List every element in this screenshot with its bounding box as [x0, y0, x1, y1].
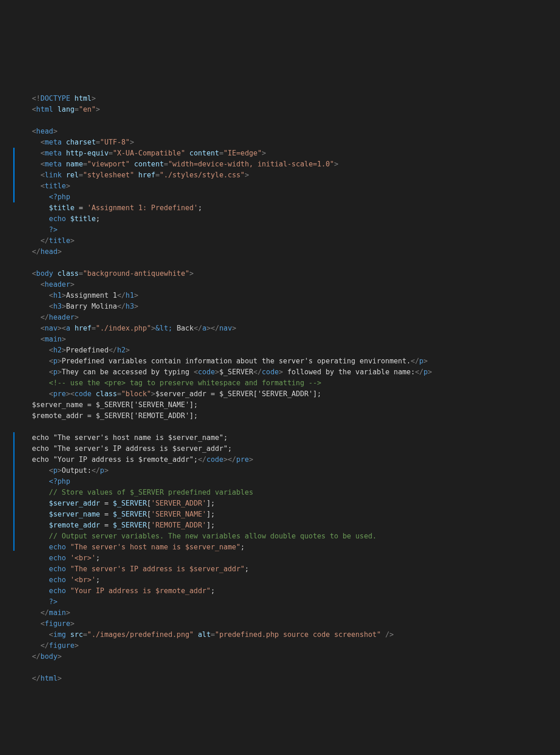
token-pun: <	[41, 182, 45, 190]
token-tag: a	[66, 324, 70, 332]
token-txt	[32, 565, 49, 573]
token-pun: <	[49, 390, 53, 398]
token-txt	[53, 269, 57, 278]
token-tag: html	[36, 105, 53, 114]
token-pun: </	[92, 466, 100, 475]
token-pun: >	[57, 674, 62, 683]
token-txt	[92, 390, 96, 398]
token-txt	[66, 576, 70, 584]
token-txt: $_SERVER	[219, 368, 254, 376]
code-line: <nav><a href="./index.php">&lt; Back</a>…	[32, 323, 560, 334]
code-line: <figure>	[32, 618, 560, 629]
token-pun: =	[211, 631, 215, 639]
token-var: $title	[49, 204, 74, 212]
code-line: <p>They can be accessed by typing <code>…	[32, 367, 560, 378]
token-txt: followed by the variable name:	[283, 368, 415, 376]
token-pun: >	[151, 390, 155, 398]
token-tag: h2	[53, 346, 62, 354]
token-pun: ></	[223, 455, 236, 464]
token-pun: >	[74, 313, 78, 321]
code-editor[interactable]: <!DOCTYPE html><html lang="en"> <head> <…	[0, 49, 560, 695]
code-content[interactable]: <!DOCTYPE html><html lang="en"> <head> <…	[32, 93, 560, 684]
code-line: <?php	[32, 476, 560, 487]
token-str: "./index.php"	[96, 324, 151, 332]
token-txt	[66, 631, 70, 639]
token-txt	[83, 204, 87, 212]
token-kw: echo	[49, 587, 66, 595]
token-cmt: // Output server variables. The new vari…	[49, 532, 377, 540]
token-txt	[194, 631, 198, 639]
token-str: "UTF-8"	[100, 138, 130, 146]
token-php: <?php	[49, 477, 70, 486]
token-txt	[32, 390, 49, 398]
token-txt	[32, 335, 41, 343]
token-txt	[32, 313, 41, 321]
token-tag: meta	[45, 160, 62, 168]
code-line: <link rel="stylesheet" href="./styles/st…	[32, 170, 560, 181]
token-attr: rel	[66, 171, 79, 179]
token-txt: Assignment 1	[66, 291, 117, 300]
token-pun: <	[41, 160, 45, 168]
token-pun: >	[134, 302, 138, 310]
token-txt: Output:	[62, 466, 91, 475]
token-txt: ;	[240, 543, 244, 551]
token-tag: title	[45, 182, 66, 190]
token-txt: echo "The server's host name is $server_…	[32, 434, 228, 442]
token-pun: =	[83, 631, 87, 639]
token-txt	[70, 94, 74, 103]
token-pun: =	[74, 105, 78, 114]
code-line: echo "The server's IP address is $server…	[32, 564, 560, 574]
token-var: $_SERVER	[113, 499, 147, 507]
token-str: '<br>'	[70, 554, 96, 562]
token-tag: p	[419, 357, 423, 365]
token-txt: ;	[211, 587, 215, 595]
token-kw: echo	[49, 554, 66, 562]
token-pun: >	[215, 368, 219, 376]
token-txt: ;	[96, 215, 100, 223]
code-line: $server_name = $_SERVER['SERVER_NAME'];	[32, 509, 560, 520]
token-pun: >	[57, 368, 62, 376]
token-txt: echo "Your IP address is $remote_addr";	[32, 455, 198, 464]
token-str: 'REMOTE_ADDR'	[151, 521, 206, 529]
token-var: $server_name	[49, 510, 100, 518]
token-pun: </	[415, 368, 424, 376]
token-txt	[32, 499, 49, 507]
token-pun: <	[32, 127, 36, 135]
token-pun: =	[96, 138, 100, 146]
token-txt	[32, 138, 41, 146]
token-tag: h1	[53, 291, 62, 300]
token-tag: pre	[236, 455, 249, 464]
token-txt	[32, 204, 49, 212]
token-txt	[32, 477, 49, 486]
token-pun: <	[49, 302, 53, 310]
token-txt	[32, 631, 49, 639]
token-pun: <	[49, 466, 53, 475]
code-line: <head>	[32, 126, 560, 137]
token-txt	[32, 379, 49, 387]
token-str: 'SERVER_NAME'	[151, 510, 206, 518]
code-line: </body>	[32, 651, 560, 662]
token-txt	[32, 357, 49, 365]
token-kw: echo	[49, 215, 66, 223]
token-txt	[32, 280, 41, 289]
token-attr: alt	[198, 631, 211, 639]
token-tag: code	[262, 368, 279, 376]
token-pun: =	[83, 160, 87, 168]
token-pun: </	[41, 641, 49, 650]
token-php: ?>	[49, 226, 57, 234]
code-line: // Store values of $_SERVER predefined v…	[32, 487, 560, 498]
token-pun: </	[194, 324, 202, 332]
token-txt: ;	[96, 554, 100, 562]
token-txt	[66, 215, 70, 223]
token-str: "Your IP address is $remote_addr"	[70, 587, 211, 595]
token-pun: </	[198, 455, 207, 464]
token-pun: >	[249, 455, 253, 464]
token-cmt: <!-- use the <pre> tag to preserve white…	[49, 379, 321, 387]
token-pun: >	[424, 357, 428, 365]
code-line: <?php	[32, 191, 560, 202]
code-line	[32, 421, 560, 432]
token-var: $_SERVER	[113, 521, 147, 529]
code-line: <main>	[32, 334, 560, 345]
token-pun: >	[130, 138, 134, 146]
token-str: "X-UA-Compatible"	[113, 149, 185, 157]
